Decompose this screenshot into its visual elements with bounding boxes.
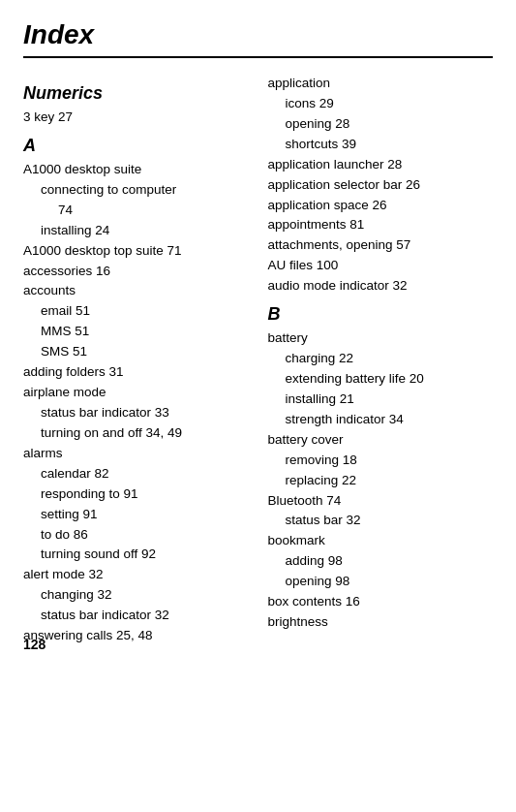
index-entry: answering calls 25, 48 xyxy=(23,626,249,646)
index-entry: 74 xyxy=(23,201,249,221)
entry-text: bookmark xyxy=(268,531,494,551)
entry-text: application launcher 28 xyxy=(268,155,494,175)
entry-text: box contents 16 xyxy=(268,592,494,612)
entry-text: email 51 xyxy=(23,301,249,322)
index-entry: alarms xyxy=(23,444,249,464)
left-column: Numerics3 key 27AA1000 desktop suiteconn… xyxy=(23,74,258,646)
index-entry: status bar indicator 32 xyxy=(23,606,249,626)
page-title: Index xyxy=(23,19,493,58)
entry-text: extending battery life 20 xyxy=(268,369,494,390)
entry-text: opening 28 xyxy=(268,114,494,135)
index-entry: airplane mode xyxy=(23,383,249,403)
index-entry: email 51 xyxy=(23,301,249,322)
index-entry: audio mode indicator 32 xyxy=(268,276,494,297)
entry-text: removing 18 xyxy=(268,451,494,471)
entry-text: battery cover xyxy=(268,430,494,451)
index-entry: opening 28 xyxy=(268,114,494,135)
index-content: Numerics3 key 27AA1000 desktop suiteconn… xyxy=(23,74,493,646)
entry-text: status bar indicator 32 xyxy=(23,606,249,626)
index-entry: installing 24 xyxy=(23,221,249,241)
entry-text: audio mode indicator 32 xyxy=(268,276,494,297)
entry-text: alarms xyxy=(23,444,249,464)
index-entry: brightness xyxy=(268,612,494,633)
index-entry: extending battery life 20 xyxy=(268,369,494,390)
entry-text: to do 86 xyxy=(23,525,249,546)
right-column: applicationicons 29opening 28shortcuts 3… xyxy=(258,74,494,646)
index-entry: application space 26 xyxy=(268,196,494,216)
page-number: 128 xyxy=(23,637,46,652)
entry-text: accounts xyxy=(23,281,249,301)
page-container: Index Numerics3 key 27AA1000 desktop sui… xyxy=(0,0,516,666)
entry-text: opening 98 xyxy=(268,572,494,592)
entry-text: AU files 100 xyxy=(268,256,494,276)
index-entry: responding to 91 xyxy=(23,484,249,505)
index-entry: replacing 22 xyxy=(268,471,494,491)
section-heading-b: B xyxy=(268,304,494,325)
entry-text: A1000 desktop top suite 71 xyxy=(23,241,249,262)
entry-text: status bar indicator 33 xyxy=(23,403,249,423)
entry-text: application selector bar 26 xyxy=(268,175,494,196)
index-entry: application launcher 28 xyxy=(268,155,494,175)
entry-text: attachments, opening 57 xyxy=(268,235,494,256)
section-heading-a: A xyxy=(23,136,249,156)
entry-text: adding folders 31 xyxy=(23,362,249,383)
entry-text: 3 key 27 xyxy=(23,108,249,128)
index-entry: attachments, opening 57 xyxy=(268,235,494,256)
entry-text: battery xyxy=(268,328,494,349)
entry-text: appointments 81 xyxy=(268,215,494,235)
index-entry: alert mode 32 xyxy=(23,565,249,585)
index-entry: appointments 81 xyxy=(268,215,494,235)
index-entry: strength indicator 34 xyxy=(268,410,494,430)
index-entry: turning on and off 34, 49 xyxy=(23,423,249,444)
entry-text: adding 98 xyxy=(268,551,494,572)
index-entry: to do 86 xyxy=(23,525,249,546)
entry-text: turning sound off 92 xyxy=(23,545,249,565)
entry-text: SMS 51 xyxy=(23,342,249,362)
entry-text: installing 21 xyxy=(268,390,494,410)
index-entry: accessories 16 xyxy=(23,262,249,282)
entry-text: setting 91 xyxy=(23,505,249,525)
entry-text: strength indicator 34 xyxy=(268,410,494,430)
index-entry: SMS 51 xyxy=(23,342,249,362)
entry-text: alert mode 32 xyxy=(23,565,249,585)
index-entry: box contents 16 xyxy=(268,592,494,612)
index-entry: status bar 32 xyxy=(268,511,494,531)
index-entry: status bar indicator 33 xyxy=(23,403,249,423)
index-entry: A1000 desktop top suite 71 xyxy=(23,241,249,262)
section-heading-numerics: Numerics xyxy=(23,83,249,104)
entry-text: icons 29 xyxy=(268,94,494,114)
entry-text: responding to 91 xyxy=(23,484,249,505)
index-entry: 3 key 27 xyxy=(23,108,249,128)
entry-text: brightness xyxy=(268,612,494,633)
index-entry: adding 98 xyxy=(268,551,494,572)
entry-text: application space 26 xyxy=(268,196,494,216)
entry-text: replacing 22 xyxy=(268,471,494,491)
index-entry: application xyxy=(268,74,494,94)
entry-text: MMS 51 xyxy=(23,322,249,342)
entry-text: answering calls 25, 48 xyxy=(23,626,249,646)
entry-text: accessories 16 xyxy=(23,262,249,282)
index-entry: charging 22 xyxy=(268,349,494,369)
index-entry: bookmark xyxy=(268,531,494,551)
index-entry: icons 29 xyxy=(268,94,494,114)
index-entry: battery xyxy=(268,328,494,349)
index-entry: A1000 desktop suite xyxy=(23,160,249,180)
entry-text: A1000 desktop suite xyxy=(23,160,249,180)
index-entry: battery cover xyxy=(268,430,494,451)
entry-text: airplane mode xyxy=(23,383,249,403)
entry-text: shortcuts 39 xyxy=(268,135,494,155)
index-entry: adding folders 31 xyxy=(23,362,249,383)
index-entry: turning sound off 92 xyxy=(23,545,249,565)
entry-text: Bluetooth 74 xyxy=(268,491,494,512)
index-entry: accounts xyxy=(23,281,249,301)
entry-text: status bar 32 xyxy=(268,511,494,531)
index-entry: changing 32 xyxy=(23,585,249,606)
entry-text: calendar 82 xyxy=(23,464,249,484)
index-entry: connecting to computer xyxy=(23,180,249,201)
index-entry: removing 18 xyxy=(268,451,494,471)
index-entry: setting 91 xyxy=(23,505,249,525)
entry-text: application xyxy=(268,74,494,94)
entry-text: 74 xyxy=(23,201,249,221)
index-entry: AU files 100 xyxy=(268,256,494,276)
index-entry: MMS 51 xyxy=(23,322,249,342)
